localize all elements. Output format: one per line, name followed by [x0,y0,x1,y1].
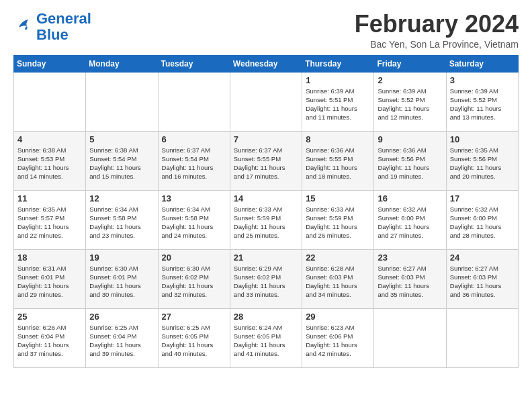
day-number: 1 [306,75,370,85]
calendar-cell: 25Sunrise: 6:26 AM Sunset: 6:04 PM Dayli… [14,308,86,367]
calendar-cell: 16Sunrise: 6:32 AM Sunset: 6:00 PM Dayli… [374,190,446,249]
day-number: 13 [162,193,226,203]
calendar-cell: 28Sunrise: 6:24 AM Sunset: 6:05 PM Dayli… [230,308,302,367]
logo-icon [13,15,34,36]
day-header-friday: Friday [374,55,446,72]
cell-info: Sunrise: 6:34 AM Sunset: 5:58 PM Dayligh… [162,205,226,240]
cell-info: Sunrise: 6:31 AM Sunset: 6:01 PM Dayligh… [17,264,82,300]
calendar-cell [230,72,302,131]
calendar-cell: 24Sunrise: 6:27 AM Sunset: 6:03 PM Dayli… [446,249,518,308]
calendar-body: 1Sunrise: 6:39 AM Sunset: 5:51 PM Daylig… [14,72,519,367]
calendar-cell: 10Sunrise: 6:35 AM Sunset: 5:56 PM Dayli… [446,131,518,190]
calendar-cell [14,72,86,131]
calendar-cell: 23Sunrise: 6:27 AM Sunset: 6:03 PM Dayli… [374,249,446,308]
calendar-cell: 27Sunrise: 6:25 AM Sunset: 6:05 PM Dayli… [158,308,230,367]
header: General Blue February 2024 Bac Yen, Son … [13,11,519,50]
cell-info: Sunrise: 6:33 AM Sunset: 5:59 PM Dayligh… [306,205,370,240]
day-number: 18 [17,253,82,263]
title-area: February 2024 Bac Yen, Son La Province, … [355,11,519,50]
cell-info: Sunrise: 6:37 AM Sunset: 5:55 PM Dayligh… [234,146,298,181]
cell-info: Sunrise: 6:30 AM Sunset: 6:02 PM Dayligh… [162,264,226,300]
cell-info: Sunrise: 6:36 AM Sunset: 5:56 PM Dayligh… [378,146,442,181]
calendar-cell: 12Sunrise: 6:34 AM Sunset: 5:58 PM Dayli… [86,190,158,249]
cell-info: Sunrise: 6:34 AM Sunset: 5:58 PM Dayligh… [89,205,154,240]
calendar-cell: 4Sunrise: 6:38 AM Sunset: 5:53 PM Daylig… [14,131,86,190]
week-row-4: 25Sunrise: 6:26 AM Sunset: 6:04 PM Dayli… [14,308,519,367]
calendar-cell [374,308,446,367]
day-number: 2 [378,75,442,85]
logo-line2: Blue [36,26,69,43]
calendar-cell: 2Sunrise: 6:39 AM Sunset: 5:52 PM Daylig… [374,72,446,131]
day-number: 27 [162,312,226,322]
cell-info: Sunrise: 6:29 AM Sunset: 6:02 PM Dayligh… [234,264,298,300]
day-number: 17 [450,193,515,203]
day-number: 6 [162,134,226,144]
calendar-cell: 7Sunrise: 6:37 AM Sunset: 5:55 PM Daylig… [230,131,302,190]
month-title: February 2024 [355,11,519,38]
calendar-cell: 19Sunrise: 6:30 AM Sunset: 6:01 PM Dayli… [86,249,158,308]
calendar-cell: 5Sunrise: 6:38 AM Sunset: 5:54 PM Daylig… [86,131,158,190]
cell-info: Sunrise: 6:25 AM Sunset: 6:04 PM Dayligh… [89,323,154,359]
day-number: 24 [450,253,515,263]
day-number: 3 [450,75,515,85]
day-number: 14 [234,193,298,203]
calendar-cell: 15Sunrise: 6:33 AM Sunset: 5:59 PM Dayli… [302,190,374,249]
cell-info: Sunrise: 6:38 AM Sunset: 5:53 PM Dayligh… [17,146,82,181]
calendar-cell: 1Sunrise: 6:39 AM Sunset: 5:51 PM Daylig… [302,72,374,131]
calendar-cell: 22Sunrise: 6:28 AM Sunset: 6:03 PM Dayli… [302,249,374,308]
calendar-cell [86,72,158,131]
cell-info: Sunrise: 6:30 AM Sunset: 6:01 PM Dayligh… [89,264,154,300]
location-title: Bac Yen, Son La Province, Vietnam [355,39,519,50]
day-number: 5 [89,134,154,144]
week-row-3: 18Sunrise: 6:31 AM Sunset: 6:01 PM Dayli… [14,249,519,308]
cell-info: Sunrise: 6:26 AM Sunset: 6:04 PM Dayligh… [17,323,82,359]
day-header-saturday: Saturday [446,55,518,72]
day-number: 22 [306,253,370,263]
logo: General Blue [13,11,91,43]
cell-info: Sunrise: 6:32 AM Sunset: 6:00 PM Dayligh… [378,205,442,240]
day-number: 16 [378,193,442,203]
cell-info: Sunrise: 6:38 AM Sunset: 5:54 PM Dayligh… [89,146,154,181]
cell-info: Sunrise: 6:28 AM Sunset: 6:03 PM Dayligh… [306,264,370,300]
cell-info: Sunrise: 6:39 AM Sunset: 5:52 PM Dayligh… [450,87,515,122]
cell-info: Sunrise: 6:35 AM Sunset: 5:57 PM Dayligh… [17,205,82,240]
cell-info: Sunrise: 6:27 AM Sunset: 6:03 PM Dayligh… [378,264,442,300]
cell-info: Sunrise: 6:39 AM Sunset: 5:51 PM Dayligh… [306,87,370,122]
day-number: 10 [450,134,515,144]
day-number: 11 [17,193,82,203]
logo-line1: General [36,10,91,27]
cell-info: Sunrise: 6:37 AM Sunset: 5:54 PM Dayligh… [162,146,226,181]
week-row-1: 4Sunrise: 6:38 AM Sunset: 5:53 PM Daylig… [14,131,519,190]
cell-info: Sunrise: 6:23 AM Sunset: 6:06 PM Dayligh… [306,323,370,359]
day-number: 25 [17,312,82,322]
day-number: 20 [162,253,226,263]
cell-info: Sunrise: 6:35 AM Sunset: 5:56 PM Dayligh… [450,146,515,181]
calendar-cell: 29Sunrise: 6:23 AM Sunset: 6:06 PM Dayli… [302,308,374,367]
day-number: 12 [89,193,154,203]
calendar-header-row: SundayMondayTuesdayWednesdayThursdayFrid… [14,55,519,72]
cell-info: Sunrise: 6:36 AM Sunset: 5:55 PM Dayligh… [306,146,370,181]
calendar-cell: 9Sunrise: 6:36 AM Sunset: 5:56 PM Daylig… [374,131,446,190]
day-number: 7 [234,134,298,144]
day-header-monday: Monday [86,55,158,72]
cell-info: Sunrise: 6:27 AM Sunset: 6:03 PM Dayligh… [450,264,515,300]
cell-info: Sunrise: 6:25 AM Sunset: 6:05 PM Dayligh… [162,323,226,359]
calendar-table: SundayMondayTuesdayWednesdayThursdayFrid… [13,55,519,368]
calendar-cell: 26Sunrise: 6:25 AM Sunset: 6:04 PM Dayli… [86,308,158,367]
day-number: 26 [89,312,154,322]
calendar-cell: 3Sunrise: 6:39 AM Sunset: 5:52 PM Daylig… [446,72,518,131]
day-number: 15 [306,193,370,203]
day-number: 4 [17,134,82,144]
day-number: 21 [234,253,298,263]
day-header-sunday: Sunday [14,55,86,72]
calendar-cell: 8Sunrise: 6:36 AM Sunset: 5:55 PM Daylig… [302,131,374,190]
calendar-cell [446,308,518,367]
day-number: 28 [234,312,298,322]
day-header-thursday: Thursday [302,55,374,72]
day-number: 9 [378,134,442,144]
calendar-cell: 11Sunrise: 6:35 AM Sunset: 5:57 PM Dayli… [14,190,86,249]
calendar-cell: 6Sunrise: 6:37 AM Sunset: 5:54 PM Daylig… [158,131,230,190]
calendar-cell: 14Sunrise: 6:33 AM Sunset: 5:59 PM Dayli… [230,190,302,249]
day-header-tuesday: Tuesday [158,55,230,72]
cell-info: Sunrise: 6:24 AM Sunset: 6:05 PM Dayligh… [234,323,298,359]
